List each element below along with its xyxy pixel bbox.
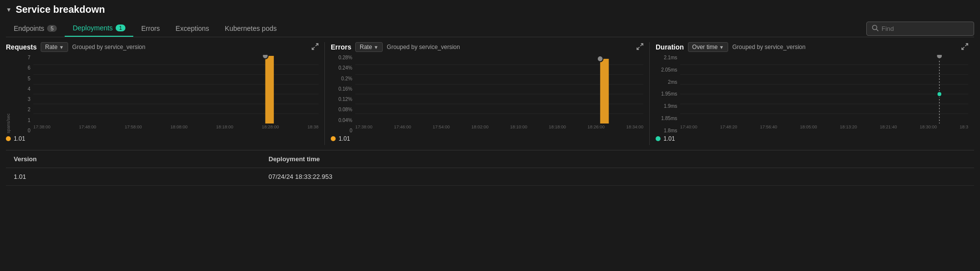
table-header-version: Version (14, 155, 269, 163)
tab-badge-endpoints: 5 (47, 25, 57, 32)
section-chevron-icon[interactable]: ▼ (6, 6, 12, 13)
duration-chart-header: Duration Over time ▼ Grouped by service_… (656, 42, 968, 52)
errors-grouped-label: Grouped by service_version (387, 44, 460, 50)
errors-chart-svg (355, 55, 643, 123)
service-breakdown-container: ▼ Service breakdown Endpoints 5 Deployme… (0, 0, 980, 190)
requests-yaxis: 7 6 5 4 3 2 1 0 (13, 55, 33, 133)
errors-legend-label: 1.01 (339, 135, 350, 142)
tabs-left: Endpoints 5 Deployments 1 Errors Excepti… (6, 20, 866, 37)
errors-rate-control[interactable]: Rate ▼ (355, 42, 383, 52)
errors-chart-panel: Errors Rate ▼ Grouped by service_version (325, 42, 650, 145)
table-row: 1.01 07/24/24 18:33:22.953 (6, 168, 974, 186)
errors-chart-title: Errors (331, 43, 351, 51)
tab-errors[interactable]: Errors (133, 21, 168, 36)
errors-chart-area: 0.28% 0.24% 0.2% 0.16% 0.12% 0.08% 0.04%… (331, 55, 643, 133)
tab-badge-deployments: 1 (116, 25, 125, 31)
requests-grouped-label: Grouped by service_version (72, 44, 145, 50)
svg-point-21 (597, 56, 603, 62)
svg-rect-10 (265, 56, 273, 123)
duration-yaxis: 2.1ms 2.05ms 2ms 1.95ms 1.9ms 1.85ms 1.8… (656, 55, 680, 133)
requests-legend: 1.01 (6, 135, 318, 142)
errors-expand-icon[interactable] (637, 43, 643, 51)
tab-endpoints[interactable]: Endpoints 5 (6, 21, 65, 36)
search-box[interactable] (866, 22, 974, 36)
svg-point-31 (937, 92, 942, 97)
requests-rate-control[interactable]: Rate ▼ (41, 42, 68, 52)
duration-grouped-label: Grouped by service_version (732, 44, 805, 50)
duration-legend: 1.01 (656, 135, 968, 142)
requests-yaxis-label: spans/sec (6, 55, 12, 133)
requests-chart-panel: Requests Rate ▼ Grouped by service_versi… (6, 42, 325, 145)
errors-xaxis: 17:38:00 17:46:00 17:54:00 18:02:00 18:1… (355, 124, 643, 129)
table-header-deployment: Deployment time (269, 155, 966, 163)
duration-chart-inner: 17:40:00 17:48:20 17:56:40 18:05:00 18:1… (680, 55, 968, 133)
duration-chart-svg (680, 55, 968, 123)
duration-xaxis: 17:40:00 17:48:20 17:56:40 18:05:00 18:1… (680, 124, 968, 129)
errors-legend-dot (331, 136, 336, 141)
deployments-table: Version Deployment time 1.01 07/24/24 18… (6, 150, 974, 186)
section-title: Service breakdown (16, 4, 105, 15)
errors-chart-header: Errors Rate ▼ Grouped by service_version (331, 42, 643, 52)
requests-chart-title: Requests (6, 43, 37, 51)
svg-rect-20 (600, 59, 609, 123)
duration-chart-title: Duration (656, 43, 684, 51)
requests-chart-header: Requests Rate ▼ Grouped by service_versi… (6, 42, 318, 52)
search-icon (872, 25, 879, 33)
duration-chart-panel: Duration Over time ▼ Grouped by service_… (650, 42, 974, 145)
svg-point-11 (263, 55, 269, 59)
errors-yaxis: 0.28% 0.24% 0.2% 0.16% 0.12% 0.08% 0.04%… (331, 55, 355, 133)
duration-overtime-control[interactable]: Over time ▼ (688, 42, 729, 52)
tab-kubernetes-pods[interactable]: Kubernetes pods (217, 21, 285, 36)
requests-chart-inner: 17:38:00 17:48:00 17:58:00 18:08:00 18:1… (33, 55, 318, 133)
tab-exceptions[interactable]: Exceptions (168, 21, 217, 36)
requests-chart-area: spans/sec 7 6 5 4 3 2 1 0 (6, 55, 318, 133)
duration-legend-label: 1.01 (663, 135, 675, 142)
tabs-row: Endpoints 5 Deployments 1 Errors Excepti… (6, 20, 974, 37)
svg-point-32 (936, 55, 942, 59)
requests-legend-dot (6, 136, 11, 141)
requests-xaxis: 17:38:00 17:48:00 17:58:00 18:08:00 18:1… (33, 124, 318, 129)
duration-legend-dot (656, 136, 661, 141)
duration-overtime-dropdown-icon: ▼ (719, 45, 724, 50)
search-input[interactable] (882, 25, 960, 32)
svg-line-1 (877, 29, 879, 31)
duration-expand-icon[interactable] (961, 43, 968, 51)
requests-legend-label: 1.01 (14, 135, 25, 142)
errors-legend: 1.01 (331, 135, 643, 142)
rate-dropdown-icon: ▼ (59, 45, 64, 50)
duration-chart-area: 2.1ms 2.05ms 2ms 1.95ms 1.9ms 1.85ms 1.8… (656, 55, 968, 133)
requests-chart-svg (33, 55, 318, 123)
requests-expand-icon[interactable] (312, 43, 318, 51)
tab-deployments[interactable]: Deployments 1 (65, 20, 133, 37)
charts-row: Requests Rate ▼ Grouped by service_versi… (6, 42, 974, 145)
section-header: ▼ Service breakdown (6, 4, 974, 15)
errors-chart-inner: 17:38:00 17:46:00 17:54:00 18:02:00 18:1… (355, 55, 643, 133)
table-cell-deployment-time: 07/24/24 18:33:22.953 (269, 173, 966, 180)
table-header-row: Version Deployment time (6, 150, 974, 168)
errors-rate-dropdown-icon: ▼ (373, 45, 378, 50)
table-cell-version: 1.01 (14, 173, 269, 180)
